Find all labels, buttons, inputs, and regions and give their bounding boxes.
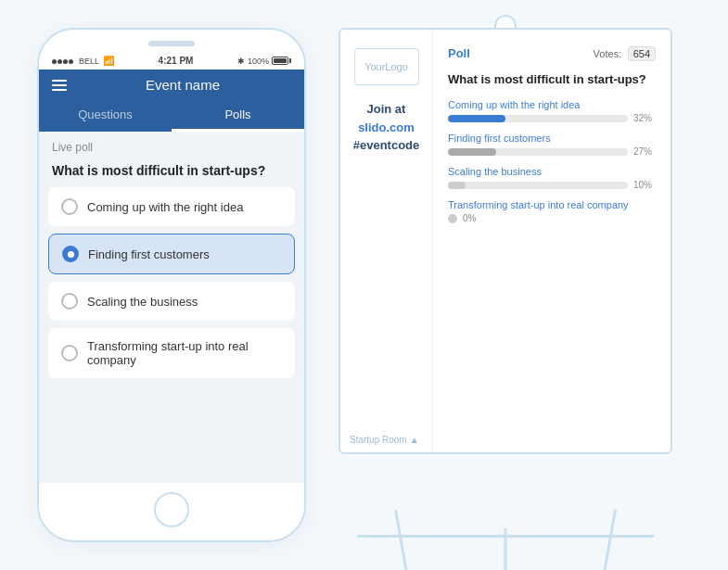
easel-votes-badge: 654 [628, 46, 656, 61]
status-left: BELL 📶 [52, 56, 114, 66]
poll-result-1-bar-row: 32% [448, 113, 656, 123]
poll-result-1-fill [448, 115, 505, 122]
poll-result-2-bar-row: 27% [448, 146, 656, 157]
phone-option-2[interactable]: Finding first customers [48, 234, 295, 274]
phone-poll-question: What is most difficult in start-ups? [39, 159, 304, 187]
poll-result-4-label: Transforming start-up into real company [448, 199, 656, 210]
easel-poll-header: Poll Votes: 654 [448, 44, 656, 61]
phone-nav-title: Event name [74, 77, 291, 93]
easel-poll-label: Poll [448, 46, 470, 60]
easel-leg-left [394, 510, 413, 570]
poll-result-3-fill [448, 182, 466, 189]
bluetooth-icon: ✱ [237, 57, 245, 66]
poll-result-4-circle [448, 214, 457, 223]
hamburger-icon[interactable] [52, 80, 67, 91]
poll-result-3-bg [448, 182, 628, 189]
signal-dots [52, 56, 74, 66]
poll-result-4-bar-row: 0% [448, 213, 656, 223]
phone-status-bar: BELL 📶 4:21 PM ✱ 100% [39, 54, 304, 70]
phone-option-3[interactable]: Scaling the business [48, 282, 295, 321]
phone-speaker [148, 41, 195, 46]
phone-content: Live poll What is most difficult in star… [39, 132, 304, 483]
phone-option-1[interactable]: Coming up with the right idea [48, 187, 295, 226]
poll-result-2-label: Finding first customers [448, 133, 656, 144]
poll-result-1: Coming up with the right idea 32% [448, 99, 656, 123]
easel-question: What is most difficult in start-ups? [448, 72, 656, 86]
easel-leg-center [504, 528, 507, 570]
status-time: 4:21 PM [159, 56, 194, 66]
phone-option-1-text: Coming up with the right idea [87, 200, 243, 214]
poll-result-2-fill [448, 148, 496, 156]
option-radio-4 [61, 345, 78, 361]
status-right: ✱ 100% [237, 57, 291, 66]
phone-bottom [39, 483, 304, 540]
poll-result-1-percent: 32% [633, 113, 656, 123]
easel-right-panel: Poll Votes: 654 What is most difficult i… [433, 30, 671, 452]
easel-join-info: Join at slido.com #eventcode [353, 100, 420, 155]
phone-navbar: Event name [39, 70, 304, 100]
wifi-icon: 📶 [103, 56, 114, 66]
easel-board: YourLogo Join at slido.com #eventcode St… [338, 28, 672, 454]
battery-icon [272, 57, 291, 65]
poll-result-2-bg [448, 148, 628, 156]
easel-leg-right [598, 510, 617, 570]
phone-option-4-text: Transforming start-up into real company [87, 339, 282, 367]
poll-result-3-percent: 10% [633, 180, 656, 190]
option-radio-3 [61, 293, 78, 310]
phone-section-label: Live poll [39, 132, 304, 159]
easel-votes: Votes: 654 [594, 44, 656, 61]
easel-room-label: Startup Room ▲ [350, 435, 419, 445]
poll-result-1-label: Coming up with the right idea [448, 99, 656, 110]
carrier-label: BELL [79, 57, 99, 66]
battery-label: 100% [248, 57, 269, 66]
phone: BELL 📶 4:21 PM ✱ 100% Event name Questio… [37, 28, 306, 542]
easel-left-panel: YourLogo Join at slido.com #eventcode St… [340, 30, 433, 452]
easel: YourLogo Join at slido.com #eventcode St… [338, 28, 672, 528]
poll-results: Coming up with the right idea 32% Findin… [448, 99, 656, 233]
phone-notch [39, 30, 304, 54]
phone-option-2-text: Finding first customers [88, 247, 210, 261]
poll-result-3-bar-row: 10% [448, 180, 656, 190]
poll-result-2: Finding first customers 27% [448, 133, 656, 157]
phone-tabs: Questions Polls [39, 100, 304, 132]
phone-option-4[interactable]: Transforming start-up into real company [48, 328, 295, 378]
option-radio-2 [62, 246, 79, 262]
tab-polls[interactable]: Polls [172, 100, 304, 132]
poll-result-4: Transforming start-up into real company … [448, 199, 656, 223]
option-radio-1 [61, 198, 78, 215]
phone-home-button[interactable] [154, 492, 189, 527]
poll-result-2-percent: 27% [633, 146, 656, 157]
phone-option-3-text: Scaling the business [87, 295, 198, 309]
easel-logo: YourLogo [354, 48, 419, 85]
poll-result-3: Scaling the business 10% [448, 166, 656, 190]
poll-result-3-label: Scaling the business [448, 166, 656, 177]
poll-result-4-percent: 0% [463, 213, 485, 223]
tab-questions[interactable]: Questions [39, 100, 172, 132]
poll-result-1-bg [448, 115, 628, 122]
